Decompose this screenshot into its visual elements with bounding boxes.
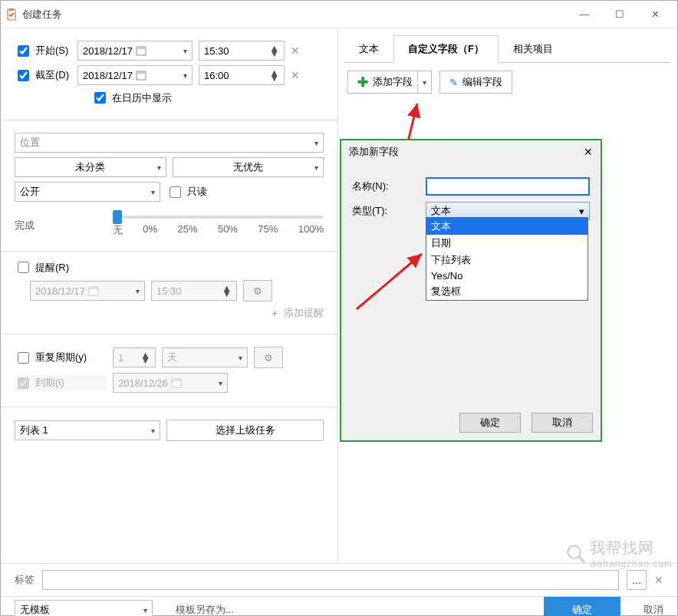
save-template-link[interactable]: 模板另存为... (176, 603, 234, 616)
slider-thumb[interactable] (113, 210, 122, 224)
chevron-down-icon: ▾ (423, 78, 426, 87)
svg-rect-3 (137, 47, 146, 49)
repeat-settings-button[interactable]: ⚙ (254, 347, 283, 368)
field-type-label: 类型(T): (352, 204, 426, 218)
dialog-title: 添加新字段 (349, 145, 399, 159)
spinner-icon[interactable]: ▲▼ (140, 352, 150, 363)
start-date-input[interactable]: 2018/12/17 ▾ (77, 41, 193, 61)
visibility-combo[interactable]: 公开 ▾ (15, 182, 160, 202)
chevron-down-icon: ▾ (314, 139, 318, 147)
type-option[interactable]: 复选框 (426, 283, 587, 300)
reminder-time-input[interactable]: 15:30 ▲▼ (151, 281, 237, 301)
edit-field-button[interactable]: ✎ 编辑字段 (439, 71, 512, 94)
calendar-icon (171, 377, 182, 388)
end-label: 截至(D) (35, 68, 69, 82)
tags-label: 标签 (15, 573, 35, 587)
svg-rect-5 (137, 71, 146, 74)
minimize-icon: — (580, 8, 590, 20)
repeat-count-input[interactable]: 1 ▲▼ (113, 348, 156, 367)
tags-input[interactable] (42, 570, 619, 590)
repeat-unit-combo[interactable]: 天 ▾ (162, 348, 248, 367)
add-field-dropdown[interactable]: ▾ (418, 71, 432, 94)
tab-custom-fields[interactable]: 自定义字段（F） (393, 35, 499, 63)
reminder-date-input[interactable]: 2018/12/17 ▾ (30, 281, 145, 301)
chevron-down-icon: ▾ (136, 287, 140, 295)
maximize-icon: ☐ (615, 8, 624, 20)
close-icon: ✕ (651, 8, 660, 20)
svg-rect-9 (172, 379, 181, 381)
chevron-down-icon: ▾ (157, 163, 161, 172)
clear-tags-button[interactable]: ✕ (654, 574, 663, 586)
dialog-cancel-button[interactable]: 取消 (532, 413, 593, 433)
svg-rect-7 (89, 287, 98, 289)
chevron-down-icon: ▾ (579, 206, 584, 217)
chevron-down-icon: ▾ (151, 427, 155, 435)
add-field-button[interactable]: ✚ 添加字段 (347, 71, 418, 94)
field-type-dropdown: 文本 日期 下拉列表 Yes/No 复选框 (426, 217, 588, 301)
dialog-close-button[interactable]: ✕ (584, 146, 593, 158)
spinner-icon[interactable]: ▲▼ (269, 45, 279, 56)
chevron-down-icon: ▾ (151, 188, 155, 196)
chevron-down-icon: ▾ (183, 71, 187, 80)
tab-text[interactable]: 文本 (344, 35, 393, 63)
list-combo[interactable]: 列表 1 ▾ (15, 420, 160, 440)
chevron-down-icon: ▾ (239, 354, 242, 362)
ellipsis-icon: … (632, 575, 642, 586)
clear-start-button[interactable]: ✕ (291, 44, 300, 57)
window-title: 创建任务 (22, 8, 567, 21)
app-icon (5, 8, 18, 21)
start-checkbox[interactable]: 开始(S) (15, 43, 71, 59)
calendar-icon (88, 285, 99, 296)
category-combo[interactable]: 未分类 ▾ (15, 157, 166, 177)
tags-more-button[interactable]: … (627, 570, 647, 590)
calendar-icon (136, 70, 146, 81)
field-name-label: 名称(N): (352, 180, 426, 193)
readonly-checkbox[interactable]: 只读 (166, 184, 207, 200)
end-date-input[interactable]: 2018/12/17 ▾ (77, 65, 193, 85)
repeat-checkbox[interactable]: 重复周期(y) (15, 350, 107, 366)
ok-button[interactable]: 确定 (544, 597, 620, 616)
spinner-icon[interactable]: ▲▼ (222, 285, 232, 296)
select-parent-button[interactable]: 选择上级任务 (166, 420, 324, 441)
tab-related[interactable]: 相关项目 (499, 35, 568, 63)
type-option[interactable]: Yes/No (426, 268, 587, 283)
chevron-down-icon: ▾ (219, 379, 222, 387)
chevron-down-icon: ▾ (183, 47, 187, 55)
clear-end-button[interactable]: ✕ (291, 69, 300, 81)
calendar-icon (136, 45, 146, 56)
priority-combo[interactable]: 无优先 ▾ (173, 157, 324, 177)
template-combo[interactable]: 无模板 ▾ (15, 600, 153, 616)
progress-slider[interactable] (113, 216, 324, 219)
reminder-settings-button[interactable]: ⚙ (243, 280, 272, 301)
add-reminder-link[interactable]: 添加提醒 (284, 306, 324, 320)
location-combo[interactable]: 位置 ▾ (15, 133, 324, 153)
pencil-icon: ✎ (449, 77, 458, 88)
plus-icon: ✚ (357, 74, 368, 91)
gear-icon: ⚙ (253, 285, 262, 297)
close-button[interactable]: ✕ (637, 3, 673, 26)
due-checkbox[interactable]: 到期(i) (15, 375, 107, 391)
end-time-input[interactable]: 16:00 ▲▼ (199, 65, 285, 85)
show-in-calendar-checkbox[interactable]: 在日历中显示 (91, 90, 172, 106)
add-field-dialog: 添加新字段 ✕ 名称(N): 类型(T): 文本 ▾ 文本 日期 下拉列表 Ye… (340, 139, 602, 442)
minimize-button[interactable]: — (567, 3, 602, 26)
start-label: 开始(S) (35, 44, 68, 58)
svg-rect-1 (9, 8, 14, 11)
chevron-down-icon: ▾ (314, 163, 318, 172)
dialog-ok-button[interactable]: 确定 (459, 413, 521, 433)
end-checkbox[interactable]: 截至(D) (15, 68, 71, 84)
reminder-checkbox[interactable]: 提醒(R) (15, 259, 324, 275)
spinner-icon[interactable]: ▲▼ (269, 70, 279, 81)
cancel-button[interactable]: 取消 (643, 603, 663, 616)
field-name-input[interactable] (426, 177, 590, 196)
maximize-button[interactable]: ☐ (602, 3, 637, 26)
start-time-input[interactable]: 15:30 ▲▼ (199, 41, 285, 61)
progress-label: 完成 (15, 216, 38, 232)
type-option[interactable]: 日期 (426, 235, 587, 252)
annotation-arrow-icon (349, 248, 433, 317)
type-option[interactable]: 下拉列表 (426, 252, 587, 268)
chevron-down-icon: ▾ (143, 606, 147, 614)
gear-icon: ⚙ (264, 352, 273, 364)
type-option[interactable]: 文本 (426, 218, 587, 235)
due-date-input[interactable]: 2018/12/26 ▾ (113, 373, 228, 393)
